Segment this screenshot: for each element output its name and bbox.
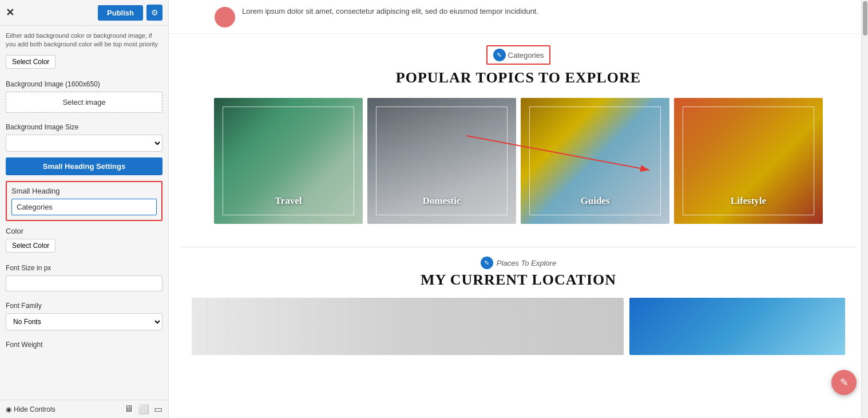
location-image-placeholder (629, 298, 845, 355)
publish-button[interactable]: Publish (98, 5, 143, 21)
small-heading-input[interactable] (11, 199, 157, 215)
left-panel: ✕ Publish ⚙ Either add background color … (0, 0, 169, 418)
cards-row: Travel Domestic Guides (192, 98, 845, 224)
gear-icon: ⚙ (151, 8, 158, 17)
card-domestic: Domestic (367, 98, 516, 224)
panel-scroll: Either add background color or backgroun… (0, 26, 168, 400)
map-dots (192, 298, 624, 355)
device-icons: 🖥 ⬜ ▭ (124, 404, 162, 415)
card-guides-image: Guides (521, 98, 669, 224)
image-size-select[interactable]: Cover Contain Auto (6, 135, 162, 152)
font-size-input[interactable] (6, 275, 162, 291)
map-placeholder (192, 298, 624, 355)
select-color-button-2[interactable]: Select Color (6, 239, 56, 253)
info-text: Either add background color or backgroun… (6, 31, 162, 49)
hide-icon: ◉ (6, 405, 11, 413)
bottom-bar: ◉ Hide Controls 🖥 ⬜ ▭ (0, 400, 168, 418)
location-annotation: ✎ Places To Explore (192, 257, 845, 269)
location-bottom (192, 298, 845, 355)
font-family-label: Font Family (6, 302, 162, 310)
card-travel-image: Travel (214, 98, 363, 224)
hide-controls[interactable]: ◉ Hide Controls (6, 405, 118, 413)
background-image-label: Background Image (1600x650) (6, 80, 162, 88)
select-image-button[interactable]: Select image (6, 92, 162, 113)
section-divider (180, 247, 857, 247)
small-heading-settings-button[interactable]: Small Heading Settings (6, 157, 162, 175)
edit-pencil-icon: ✎ (493, 49, 506, 61)
font-family-select[interactable]: No Fonts Arial Georgia Helvetica (6, 313, 162, 330)
card-guides: Guides (521, 98, 669, 224)
places-annotation-text: Places To Explore (497, 259, 556, 267)
gear-button[interactable]: ⚙ (146, 5, 162, 21)
annotation-row: ✎ Categories (192, 45, 845, 65)
popular-section: ✎ Categories POPULAR TOPICS TO EXPLORE (169, 34, 868, 247)
background-image-size-label: Background Image Size (6, 123, 162, 131)
card-domestic-label: Domestic (367, 195, 516, 207)
card-travel-label: Travel (214, 195, 363, 207)
top-snippet: Lorem ipsum dolor sit amet, consectetur … (169, 0, 868, 34)
select-color-button-1[interactable]: Select Color (6, 55, 56, 69)
card-lifestyle-image: Lifestyle (674, 98, 823, 224)
monitor-icon[interactable]: 🖥 (124, 404, 133, 415)
categories-annotation-box: ✎ Categories (486, 45, 551, 65)
scrollbar-thumb (863, 1, 867, 36)
hide-controls-label: Hide Controls (14, 405, 56, 413)
floating-edit-button[interactable]: ✎ (831, 370, 857, 395)
font-size-label: Font Size in px (6, 264, 162, 272)
location-edit-icon: ✎ (481, 257, 493, 269)
location-title: MY CURRENT LOCATION (192, 271, 845, 289)
color-label: Color (6, 227, 162, 235)
card-lifestyle: Lifestyle (674, 98, 823, 224)
small-heading-section: Small Heading (6, 181, 162, 221)
location-section: ✎ Places To Explore MY CURRENT LOCATION (169, 257, 868, 366)
right-scrollbar[interactable] (861, 0, 868, 418)
avatar (215, 7, 235, 27)
top-bar: ✕ Publish ⚙ (0, 0, 168, 26)
snippet-text: Lorem ipsum dolor sit amet, consectetur … (242, 6, 538, 17)
card-lifestyle-label: Lifestyle (674, 195, 823, 207)
right-content: Lorem ipsum dolor sit amet, consectetur … (169, 0, 868, 418)
card-guides-label: Guides (521, 195, 669, 207)
card-travel: Travel (214, 98, 363, 224)
font-weight-label: Font Weight (6, 341, 162, 349)
tablet-icon[interactable]: ⬜ (138, 404, 149, 415)
small-heading-field-label: Small Heading (11, 187, 157, 195)
publish-area: Publish ⚙ (98, 5, 162, 21)
popular-topics-title: POPULAR TOPICS TO EXPLORE (192, 69, 845, 86)
page-content: Lorem ipsum dolor sit amet, consectetur … (169, 0, 868, 366)
categories-annotation-text: Categories (508, 51, 544, 60)
close-button[interactable]: ✕ (6, 6, 14, 19)
card-domestic-image: Domestic (367, 98, 516, 224)
mobile-icon[interactable]: ▭ (154, 404, 162, 415)
